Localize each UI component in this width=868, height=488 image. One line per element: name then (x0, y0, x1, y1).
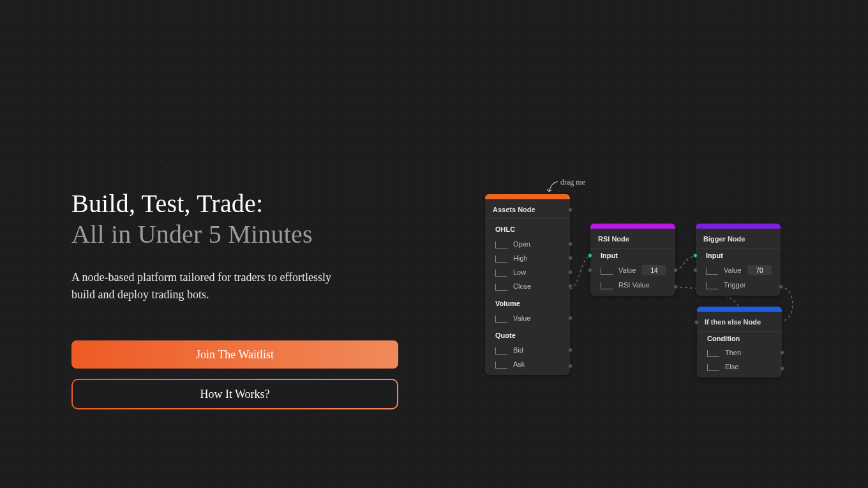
quote-row-ask: Ask (485, 357, 570, 375)
port-out[interactable] (568, 284, 572, 289)
drag-arrow-icon (546, 180, 559, 193)
port-out[interactable] (673, 268, 678, 273)
quote-bid-label: Bid (513, 346, 561, 354)
rsi-node[interactable]: RSI Node Input Value RSI Value (590, 224, 675, 296)
volume-value-label: Value (513, 314, 561, 322)
bigger-node-title: Bigger Node (696, 229, 781, 248)
bigger-node[interactable]: Bigger Node Input Value Trigger (696, 224, 781, 296)
assets-node-title: Assets Node (485, 199, 570, 219)
ohlc-row-high: High (485, 251, 570, 265)
port-out[interactable] (568, 270, 572, 275)
drag-hint-label: drag me (560, 178, 585, 187)
ifelse-else-row: Else (697, 360, 782, 377)
port-in[interactable] (588, 268, 592, 273)
line-port-icon (706, 280, 717, 289)
rsi-value-row: Value (590, 263, 675, 278)
ifelse-node[interactable]: If then else Node Condition Then Else (697, 307, 782, 377)
ohlc-close-label: Close (513, 282, 561, 290)
ifelse-else-label: Else (725, 363, 773, 370)
port-in[interactable] (693, 268, 698, 273)
bigger-trigger-row: Trigger (696, 278, 781, 296)
port-in[interactable] (588, 254, 592, 258)
ohlc-row-close: Close (485, 279, 570, 293)
line-port-icon (495, 346, 507, 355)
ifelse-node-header[interactable] (697, 307, 782, 312)
rsi-output-label: RSI Value (618, 281, 666, 289)
line-port-icon (706, 266, 717, 275)
line-port-icon (601, 266, 612, 275)
ohlc-high-label: High (513, 254, 561, 262)
rsi-node-header[interactable] (590, 224, 675, 229)
line-port-icon (495, 282, 507, 291)
volume-section-label: Volume (485, 293, 570, 311)
bigger-value-label: Value (724, 266, 747, 274)
port-out[interactable] (780, 367, 784, 371)
quote-row-bid: Bid (485, 343, 570, 357)
rsi-value-input[interactable] (642, 265, 666, 275)
port-out[interactable] (673, 285, 678, 289)
quote-ask-label: Ask (513, 360, 561, 368)
line-port-icon (495, 268, 507, 277)
bigger-value-row: Value (696, 263, 781, 278)
ifelse-condition-label: Condition (707, 335, 773, 342)
ohlc-row-low: Low (485, 265, 570, 279)
volume-row-value: Value (485, 311, 570, 325)
port-out[interactable] (568, 256, 572, 261)
rsi-output-row: RSI Value (590, 278, 675, 296)
node-canvas[interactable]: drag me Assets Node OHLC Open High Low (0, 0, 868, 488)
bigger-trigger-label: Trigger (724, 281, 772, 289)
bigger-input-label: Input (706, 252, 772, 259)
assets-node[interactable]: Assets Node OHLC Open High Low Close Vol… (485, 194, 570, 375)
port-in[interactable] (693, 254, 698, 258)
bigger-value-input[interactable] (747, 265, 772, 275)
quote-section-label: Quote (485, 325, 570, 343)
port-out[interactable] (568, 348, 572, 353)
ohlc-open-label: Open (513, 240, 561, 248)
ifelse-then-label: Then (725, 349, 773, 356)
rsi-node-title: RSI Node (590, 229, 675, 248)
port-out[interactable] (779, 285, 783, 289)
port-out[interactable] (568, 316, 572, 321)
port-in[interactable] (694, 320, 699, 324)
ohlc-low-label: Low (513, 268, 561, 276)
line-port-icon (495, 360, 507, 369)
line-port-icon (601, 280, 612, 289)
port-out[interactable] (780, 351, 784, 355)
ohlc-row-open: Open (485, 237, 570, 251)
line-port-icon (495, 240, 507, 248)
line-port-icon (495, 314, 507, 323)
line-port-icon (495, 254, 507, 263)
ifelse-condition-row: Condition (697, 332, 782, 346)
bigger-node-header[interactable] (696, 224, 781, 229)
ohlc-section-label: OHLC (485, 219, 570, 237)
port-out[interactable] (568, 208, 572, 212)
rsi-input-label: Input (601, 252, 666, 259)
port-out[interactable] (568, 242, 572, 247)
bigger-input-row: Input (696, 248, 781, 263)
ifelse-then-row: Then (697, 346, 782, 360)
line-port-icon (707, 348, 719, 357)
rsi-value-label: Value (618, 266, 642, 274)
line-port-icon (707, 362, 719, 371)
rsi-input-row: Input (590, 248, 675, 263)
assets-node-header[interactable] (485, 194, 570, 199)
port-out[interactable] (568, 364, 572, 369)
ifelse-node-title: If then else Node (697, 312, 782, 332)
